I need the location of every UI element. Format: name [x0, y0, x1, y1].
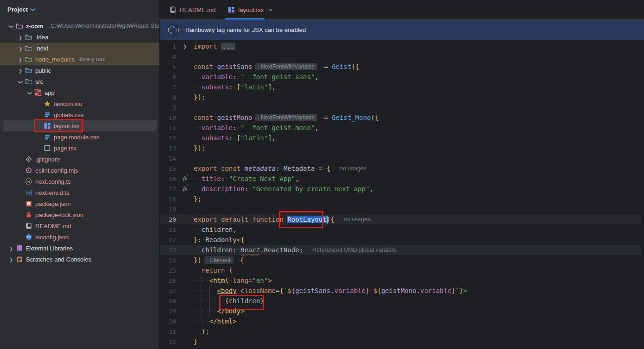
line-number[interactable]: 1	[160, 43, 176, 50]
fx-gutter-icon[interactable]: fx	[176, 176, 194, 181]
chevron-right-icon[interactable]: ❯	[16, 45, 25, 52]
chevron-right-icon[interactable]: ❯	[6, 256, 16, 263]
idea-folder-icon	[25, 33, 32, 41]
tree-item--idea[interactable]: ❯.idea	[0, 31, 159, 43]
tab-label: README.md	[180, 6, 215, 13]
tree-item-package-lock-json[interactable]: package-lock.json	[0, 209, 159, 220]
code-line-30[interactable]: 30····</html>	[160, 316, 644, 326]
tree-item-tsconfig-json[interactable]: TStsconfig.json	[0, 231, 159, 243]
line-number[interactable]: 32	[160, 338, 176, 345]
tree-item-eslint-config-mjs[interactable]: eslint.config.mjs	[0, 165, 159, 176]
tree-item-app[interactable]: ❯app	[0, 87, 159, 98]
tree-item-readme-md[interactable]: README.md	[0, 220, 159, 231]
line-number[interactable]: 21	[160, 226, 176, 233]
code-line-7[interactable]: 7··subsets:·["latin"],	[160, 82, 644, 92]
tree-item-src[interactable]: ❯‹›src	[0, 76, 159, 87]
line-number[interactable]: 10	[160, 114, 176, 121]
code-line-32[interactable]: 32}	[160, 337, 644, 347]
tab-readme-md[interactable]: README.md	[163, 0, 221, 19]
line-number[interactable]: 25	[160, 267, 176, 274]
project-panel-header[interactable]: Project ❯	[0, 0, 159, 19]
tree-item-scratches-and-consoles[interactable]: ❯Scratches and Consoles	[0, 254, 159, 265]
chevron-right-icon[interactable]: ❯	[16, 34, 25, 41]
chevron-down-icon[interactable]: ❯	[16, 78, 25, 85]
code-line-27[interactable]: 27······<body·className={`${geistSans.va…	[160, 286, 644, 296]
code-line-20[interactable]: 20export·default·function·RootLayout({no…	[160, 214, 644, 224]
code-line-4[interactable]: 4	[160, 51, 644, 62]
code-line-5[interactable]: 5const·geistSans: NextFontWithVariable·=…	[160, 62, 644, 72]
line-number[interactable]: 7	[160, 84, 176, 91]
fold-arrow-icon[interactable]: ❯	[176, 44, 194, 49]
code-line-14[interactable]: 14	[160, 153, 644, 163]
svg-text:‹›: ‹›	[30, 81, 32, 84]
code-line-6[interactable]: 6··variable:·"--font-geist-sans",	[160, 72, 644, 82]
line-number[interactable]: 28	[160, 298, 176, 305]
line-number[interactable]: 17	[160, 186, 176, 193]
line-number[interactable]: 20	[160, 216, 176, 223]
tree-item-favicon-ico[interactable]: favicon.ico	[0, 98, 159, 109]
line-number[interactable]: 6	[160, 74, 176, 81]
chevron-right-icon[interactable]: ❯	[6, 245, 16, 252]
tree-item-public[interactable]: ❯public	[0, 65, 159, 76]
close-icon[interactable]: ×	[269, 6, 272, 13]
chevron-right-icon[interactable]: ❯	[16, 67, 25, 74]
code-line-16[interactable]: 16fx··title:·"Create Next App",	[160, 174, 644, 184]
line-number[interactable]: 27	[160, 287, 176, 294]
code-line-8[interactable]: 8});	[160, 92, 644, 102]
code-line-22[interactable]: 22}:·Readonly<{	[160, 235, 644, 245]
tree-item-z-com[interactable]: ❯z-com- C:₩Users₩Administrator₩git₩React…	[0, 20, 159, 31]
tree-item-page-tsx[interactable]: page.tsx	[0, 143, 159, 154]
line-number[interactable]: 9	[160, 104, 176, 111]
tree-item-external-libraries[interactable]: ❯External Libraries	[0, 243, 159, 254]
line-number[interactable]: 29	[160, 308, 176, 315]
tree-item-next-config-ts[interactable]: Nnext.config.ts	[0, 176, 159, 187]
line-number[interactable]: 18	[160, 196, 176, 203]
tab-layout-tsx[interactable]: layout.tsx×	[221, 0, 278, 19]
line-number[interactable]: 14	[160, 155, 176, 162]
code-line-24[interactable]: 24}): Element·{	[160, 255, 644, 265]
line-number[interactable]: 5	[160, 63, 176, 70]
line-number[interactable]: 24	[160, 257, 176, 264]
fx-gutter-icon[interactable]: fx	[176, 186, 194, 192]
tree-item--next[interactable]: ❯N.next	[0, 43, 159, 54]
code-line-26[interactable]: 26····<html·lang="en">	[160, 275, 644, 286]
project-panel-title: Project	[7, 6, 28, 13]
line-number[interactable]: 12	[160, 135, 176, 142]
code-line-9[interactable]: 9	[160, 102, 644, 112]
chevron-right-icon[interactable]: ❯	[16, 56, 25, 63]
notification-banner[interactable]: {(><)} Rainbowify tag name for JSX can b…	[160, 19, 644, 40]
tree-item-page-module-css[interactable]: page.module.css	[0, 131, 159, 143]
tree-item-package-json[interactable]: package.json	[0, 198, 159, 209]
code-line-1[interactable]: 1❯import·...	[160, 41, 644, 51]
line-number[interactable]: 8	[160, 94, 176, 101]
code-line-13[interactable]: 13});	[160, 143, 644, 153]
code-line-11[interactable]: 11··variable:·"--font-geist-mono",	[160, 123, 644, 133]
line-number[interactable]: 31	[160, 328, 176, 335]
code-line-15[interactable]: 15export·const·metadata:·Metadata·=·{no …	[160, 163, 644, 174]
tree-item-next-env-d-ts[interactable]: TSnext-env.d.ts	[0, 187, 159, 198]
code-line-18[interactable]: 18};	[160, 194, 644, 204]
line-number[interactable]: 22	[160, 237, 176, 243]
tree-item-node-modules[interactable]: ❯node_moduleslibrary root	[0, 54, 159, 65]
code-line-19[interactable]: 19	[160, 204, 644, 214]
code-line-12[interactable]: 12··subsets:·["latin"],	[160, 133, 644, 143]
line-number[interactable]: 30	[160, 318, 176, 325]
line-number[interactable]: 16	[160, 175, 176, 182]
error-stripe-column[interactable]	[641, 40, 644, 349]
line-number[interactable]: 19	[160, 206, 176, 213]
line-number[interactable]: 11	[160, 125, 176, 131]
code-line-17[interactable]: 17fx··description:·"Generated by create …	[160, 184, 644, 194]
code-line-10[interactable]: 10const·geistMono: NextFontWithVariable·…	[160, 112, 644, 123]
line-number[interactable]: 15	[160, 165, 176, 172]
code-line-23[interactable]: 23··children:·React.ReactNode;Referenced…	[160, 245, 644, 255]
line-number[interactable]: 23	[160, 247, 176, 254]
chevron-down-icon[interactable]: ❯	[6, 23, 16, 30]
code-line-31[interactable]: 31··);	[160, 326, 644, 337]
line-number[interactable]: 4	[160, 53, 176, 60]
code-line-21[interactable]: 21··children,	[160, 224, 644, 235]
chevron-down-icon[interactable]: ❯	[25, 89, 34, 96]
line-number[interactable]: 13	[160, 145, 176, 152]
tree-item--gitignore[interactable]: .gitignore	[0, 154, 159, 165]
code-line-25[interactable]: 25··return·(	[160, 265, 644, 275]
line-number[interactable]: 26	[160, 277, 176, 284]
